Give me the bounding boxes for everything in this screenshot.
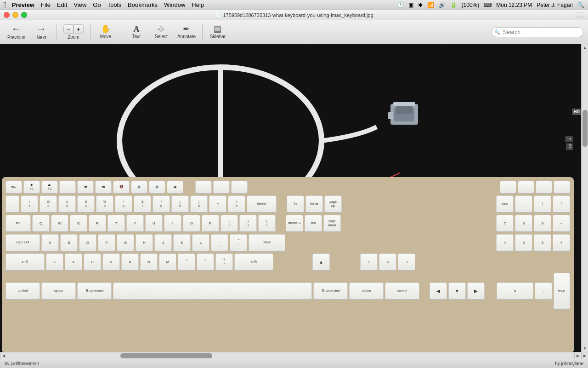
zoom-out-button[interactable]: −: [63, 24, 74, 34]
key-q[interactable]: Q: [32, 215, 50, 232]
key-f2[interactable]: ⏏F2: [41, 181, 58, 194]
key-np-enter[interactable]: enter: [554, 273, 570, 310]
bluetooth-icon[interactable]: ✱: [418, 2, 423, 8]
search-input[interactable]: [492, 27, 583, 37]
key-f12[interactable]: [500, 181, 516, 194]
key-v[interactable]: V: [102, 253, 120, 271]
spotlight-icon[interactable]: 🔍: [577, 2, 584, 8]
key-f14[interactable]: [536, 181, 552, 194]
wifi-icon[interactable]: 📶: [427, 2, 434, 8]
key-h[interactable]: H: [136, 234, 153, 252]
key-f6[interactable]: 🔇: [113, 181, 130, 194]
key-0[interactable]: )0: [190, 196, 208, 213]
key-np-2[interactable]: 2: [379, 253, 396, 271]
key-4[interactable]: $4: [77, 196, 95, 213]
key-f8[interactable]: 🔊: [149, 181, 165, 194]
key-a[interactable]: A: [41, 234, 59, 252]
key-f13[interactable]: [518, 181, 534, 194]
key-f5[interactable]: ⏭: [95, 181, 112, 194]
menu-bookmarks[interactable]: Bookmarks: [128, 1, 158, 8]
key-right[interactable]: ▶: [467, 282, 485, 300]
key-x[interactable]: X: [65, 253, 82, 271]
key-y[interactable]: Y: [126, 215, 144, 232]
key-period[interactable]: >.: [197, 253, 214, 271]
key-np-clear[interactable]: clear: [496, 196, 514, 213]
minimize-button[interactable]: [12, 12, 18, 18]
key-w[interactable]: W: [51, 215, 68, 232]
hscroll-left-arrow[interactable]: ◀: [0, 352, 7, 359]
key-rbracket[interactable]: }]: [239, 215, 257, 232]
key-z[interactable]: Z: [46, 253, 63, 271]
text-button[interactable]: A Text: [125, 22, 148, 42]
key-f1[interactable]: ◆F1: [23, 181, 40, 194]
key-np-minus[interactable]: −: [553, 215, 570, 232]
key-np-7[interactable]: 7: [496, 215, 514, 232]
key-c[interactable]: C: [84, 253, 101, 271]
keyboard-icon[interactable]: ⌨: [484, 2, 492, 8]
window-zoom-button[interactable]: [577, 11, 584, 19]
key-f7[interactable]: 🔉: [131, 181, 147, 194]
key-slash[interactable]: ?/: [215, 253, 233, 271]
scroll-up-arrow[interactable]: ▲: [582, 44, 588, 51]
key-lbracket[interactable]: {[: [220, 215, 238, 232]
key-backtick[interactable]: [6, 196, 19, 213]
key-minus[interactable]: _−: [209, 196, 226, 213]
key-f9[interactable]: [195, 181, 212, 194]
key-o[interactable]: O: [183, 215, 200, 232]
key-rcmd[interactable]: ⌘ command: [313, 282, 348, 300]
move-button[interactable]: ✋ Move: [94, 22, 117, 42]
key-m[interactable]: M: [159, 253, 176, 271]
user-name[interactable]: Peter J. Fagan: [537, 2, 573, 8]
volume-icon[interactable]: 🔊: [439, 2, 446, 8]
key-roption[interactable]: option: [349, 282, 384, 300]
key-np-divide[interactable]: /: [534, 196, 551, 213]
menu-file[interactable]: File: [41, 1, 51, 8]
menu-go[interactable]: Go: [93, 1, 101, 8]
key-np-pgup[interactable]: pageup: [324, 196, 342, 213]
key-f4[interactable]: ⏮: [77, 181, 94, 194]
key-np-6[interactable]: 6: [534, 234, 551, 252]
key-3[interactable]: #3: [58, 196, 76, 213]
key-up[interactable]: ▲: [312, 253, 330, 271]
key-np-4[interactable]: 4: [496, 234, 514, 252]
key-k[interactable]: K: [173, 234, 191, 252]
key-quote[interactable]: "': [230, 234, 247, 252]
key-comma[interactable]: <,: [178, 253, 195, 271]
key-e[interactable]: E: [70, 215, 87, 232]
annotate-button[interactable]: ✒ Annotate: [175, 22, 198, 42]
key-np-home[interactable]: home: [305, 196, 323, 213]
scroll-thumb[interactable]: [582, 110, 588, 147]
key-p[interactable]: P: [202, 215, 219, 232]
key-delete[interactable]: delete: [247, 196, 277, 213]
time-machine-icon[interactable]: 🕐: [397, 2, 404, 8]
previous-button[interactable]: ← Previous: [5, 22, 28, 42]
key-n[interactable]: N: [140, 253, 158, 271]
key-capslock[interactable]: caps lock: [6, 234, 40, 252]
key-np-9[interactable]: 9: [534, 215, 551, 232]
key-8[interactable]: *8: [153, 196, 170, 213]
key-eject[interactable]: ⏏: [167, 181, 183, 194]
key-2[interactable]: @2: [40, 196, 57, 213]
key-b[interactable]: B: [121, 253, 139, 271]
key-np-equals[interactable]: =: [515, 196, 532, 213]
key-s[interactable]: S: [60, 234, 78, 252]
menu-help[interactable]: Help: [192, 1, 204, 8]
hscroll-track[interactable]: [7, 352, 574, 359]
key-t[interactable]: T: [107, 215, 125, 232]
key-l[interactable]: L: [192, 234, 209, 252]
battery-icon[interactable]: 🔋: [450, 2, 457, 8]
hscroll-right-arrow[interactable]: ▶: [574, 352, 581, 359]
maximize-button[interactable]: [21, 12, 27, 18]
key-np-fwddel[interactable]: delete ⇒: [286, 215, 303, 232]
key-i[interactable]: I: [164, 215, 181, 232]
key-f11[interactable]: [231, 181, 248, 194]
display-icon[interactable]: ▣: [408, 2, 413, 8]
key-lcmd[interactable]: ⌘ command: [77, 282, 112, 300]
key-9[interactable]: (9: [171, 196, 189, 213]
key-u[interactable]: U: [145, 215, 163, 232]
menu-preview[interactable]: Preview: [12, 1, 34, 8]
key-np-1[interactable]: 1: [360, 253, 378, 271]
close-button[interactable]: [4, 12, 10, 18]
key-f[interactable]: F: [98, 234, 115, 252]
key-return[interactable]: return: [249, 234, 285, 252]
